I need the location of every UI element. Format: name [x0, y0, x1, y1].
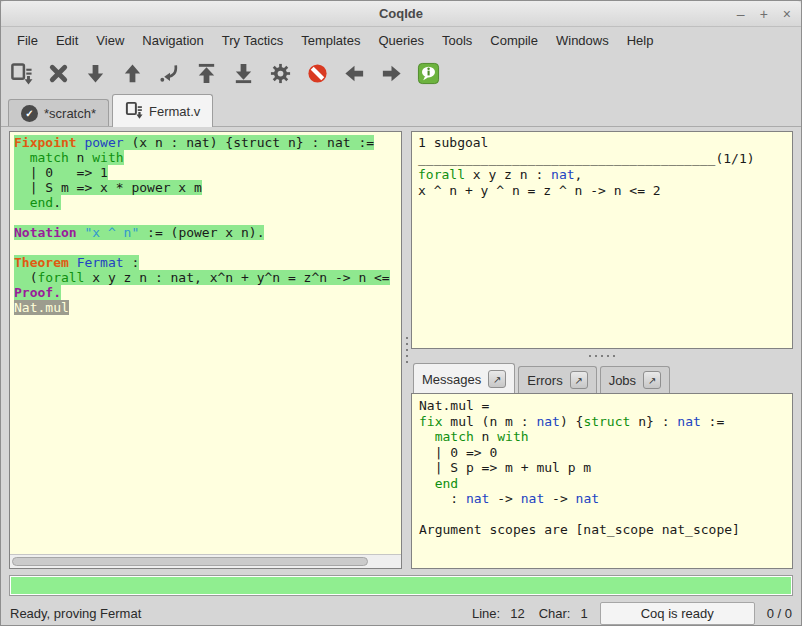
- tab-errors-label: Errors: [527, 373, 562, 388]
- char-value: 1: [580, 606, 587, 621]
- progress-bar-fill: [11, 577, 791, 594]
- code-line: | S m => x * power x m: [14, 180, 401, 195]
- menu-view[interactable]: View: [87, 29, 133, 52]
- arrow-right-icon[interactable]: [380, 62, 403, 85]
- code-line: [14, 210, 401, 225]
- status-right: Line: 12 Char: 1 Coq is ready 0 / 0: [458, 602, 792, 625]
- detach-messages-icon[interactable]: ↗: [488, 370, 506, 388]
- code-line: forall x y z n : nat,: [418, 167, 786, 183]
- jobs-counter: 0 / 0: [767, 606, 792, 621]
- feedback-tab-bar: Messages ↗ Errors ↗ Jobs ↗: [411, 362, 793, 393]
- main-area: Fixpoint power (x n : nat) {struct n} : …: [1, 127, 801, 569]
- editor-horizontal-scrollbar[interactable]: [10, 554, 401, 568]
- code-line: Argument scopes are [nat_scope nat_scope…: [419, 522, 785, 538]
- code-line: | 0 => 0: [419, 445, 785, 461]
- menu-file[interactable]: File: [8, 29, 47, 52]
- script-editor-pane[interactable]: Fixpoint power (x n : nat) {struct n} : …: [9, 131, 402, 569]
- minimize-button[interactable]: –: [737, 7, 745, 21]
- document-save-icon: [125, 101, 143, 122]
- messages-pane: Nat.mul =fix mul (n m : nat) {struct n} …: [411, 393, 793, 569]
- code-line: Nat.mul: [14, 300, 401, 315]
- gear-icon[interactable]: [269, 62, 292, 85]
- code-line: | S p => m + mul p m: [419, 460, 785, 476]
- tab-scratch[interactable]: ✓ *scratch*: [8, 99, 109, 126]
- tab-scratch-label: *scratch*: [44, 106, 96, 121]
- code-line: match n with: [14, 150, 401, 165]
- go-to-cursor-icon[interactable]: [158, 62, 181, 85]
- tab-errors[interactable]: Errors ↗: [518, 366, 596, 393]
- status-bar: Ready, proving Fermat Line: 12 Char: 1 C…: [1, 600, 801, 626]
- menu-try-tactics[interactable]: Try Tactics: [213, 29, 292, 52]
- arrow-left-icon[interactable]: [343, 62, 366, 85]
- arrow-down-icon[interactable]: [84, 62, 107, 85]
- menu-help[interactable]: Help: [618, 29, 663, 52]
- arrow-bottom-icon[interactable]: [232, 62, 255, 85]
- menu-navigation[interactable]: Navigation: [133, 29, 212, 52]
- code-line: x ^ n + y ^ n = z ^ n -> n <= 2: [418, 183, 786, 199]
- char-label: Char:: [539, 606, 571, 621]
- horizontal-splitter[interactable]: [411, 349, 793, 362]
- script-editor[interactable]: Fixpoint power (x n : nat) {struct n} : …: [10, 132, 401, 554]
- code-line: [14, 240, 401, 255]
- toolbar: [1, 54, 801, 93]
- check-circle-icon: ✓: [21, 105, 38, 122]
- tab-jobs[interactable]: Jobs ↗: [600, 366, 670, 393]
- detach-errors-icon[interactable]: ↗: [570, 371, 588, 389]
- code-line: Nat.mul =: [419, 398, 785, 414]
- menu-templates[interactable]: Templates: [292, 29, 369, 52]
- feedback-notebook: Messages ↗ Errors ↗ Jobs ↗ Nat.mul =fix …: [411, 362, 793, 569]
- line-value: 12: [510, 606, 524, 621]
- code-line: Proof.: [14, 285, 401, 300]
- coq-status: Coq is ready: [600, 602, 755, 625]
- goal-pane: 1 subgoal_______________________________…: [411, 131, 793, 349]
- title-bar: CoqIde – + ×: [1, 1, 801, 27]
- code-line: Fixpoint power (x n : nat) {struct n} : …: [14, 135, 401, 150]
- menu-bar: File Edit View Navigation Try Tactics Te…: [1, 27, 801, 54]
- status-message: Ready, proving Fermat: [10, 606, 458, 621]
- close-button[interactable]: ×: [783, 7, 791, 21]
- code-line: fix mul (n m : nat) {struct n} : nat :=: [419, 414, 785, 430]
- code-line: 1 subgoal: [418, 135, 786, 151]
- code-line: (forall x y z n : nat, x^n + y^n = z^n -…: [14, 270, 401, 285]
- window-controls: – + ×: [737, 1, 791, 26]
- progress-bar: [9, 575, 793, 596]
- detach-jobs-icon[interactable]: ↗: [643, 371, 661, 389]
- code-line: Notation "x ^ n" := (power x n).: [14, 225, 401, 240]
- code-line: match n with: [419, 429, 785, 445]
- code-line: | 0 => 1: [14, 165, 401, 180]
- tab-fermat-label: Fermat.v: [149, 104, 200, 119]
- tab-jobs-label: Jobs: [609, 373, 636, 388]
- tab-messages[interactable]: Messages ↗: [413, 363, 515, 394]
- code-line: end.: [14, 195, 401, 210]
- menu-windows[interactable]: Windows: [547, 29, 618, 52]
- arrow-up-icon[interactable]: [121, 62, 144, 85]
- menu-tools[interactable]: Tools: [433, 29, 481, 52]
- code-line: end: [419, 476, 785, 492]
- right-column: 1 subgoal_______________________________…: [411, 131, 793, 569]
- document-save-icon[interactable]: [10, 62, 33, 85]
- info-bubble-icon[interactable]: [417, 62, 440, 85]
- code-line: [419, 507, 785, 523]
- menu-queries[interactable]: Queries: [369, 29, 433, 52]
- document-tab-bar: ✓ *scratch* Fermat.v: [1, 93, 801, 127]
- tab-fermat[interactable]: Fermat.v: [112, 94, 213, 127]
- code-line: : nat -> nat -> nat: [419, 491, 785, 507]
- menu-edit[interactable]: Edit: [47, 29, 87, 52]
- maximize-button[interactable]: +: [760, 7, 768, 21]
- interrupt-icon[interactable]: [306, 62, 329, 85]
- code-line: Theorem Fermat :: [14, 255, 401, 270]
- vertical-splitter[interactable]: [402, 131, 411, 569]
- tab-messages-label: Messages: [422, 372, 481, 387]
- arrow-top-icon[interactable]: [195, 62, 218, 85]
- window-title: CoqIde: [379, 6, 423, 21]
- code-line: ______________________________________(1…: [418, 151, 786, 167]
- menu-compile[interactable]: Compile: [481, 29, 547, 52]
- line-label: Line:: [472, 606, 500, 621]
- editor-scrollbar-thumb[interactable]: [12, 557, 368, 566]
- close-icon[interactable]: [47, 62, 70, 85]
